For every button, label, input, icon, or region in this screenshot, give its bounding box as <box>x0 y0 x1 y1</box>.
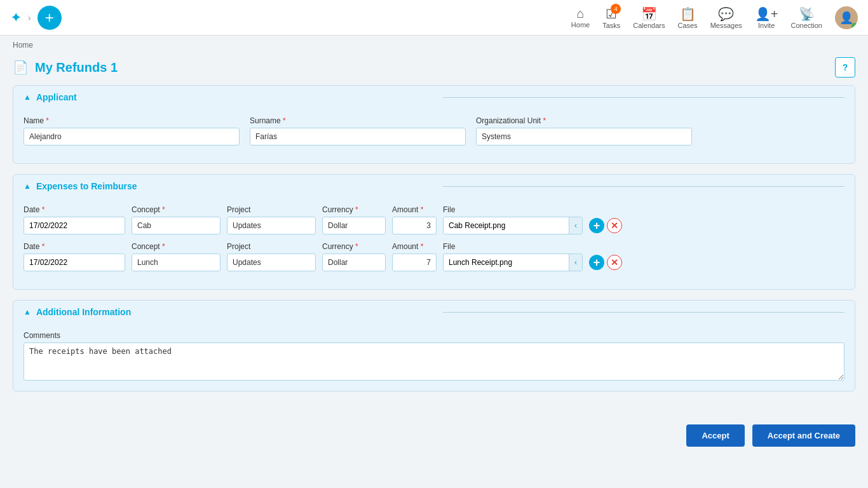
exp1-concept-label: Concept * <box>132 205 220 214</box>
expenses-section-title: Expenses to Reimburse <box>36 181 438 191</box>
exp2-currency-input[interactable] <box>322 254 386 271</box>
add-button[interactable]: + <box>37 6 62 30</box>
calendars-icon: 📅 <box>641 6 657 22</box>
additional-section-header: ▲ Additional Information <box>13 301 855 323</box>
exp1-amount-group: Amount * <box>392 205 437 234</box>
exp1-file-picker-btn[interactable]: ‹ <box>569 217 582 234</box>
nav-home[interactable]: ⌂ Home <box>571 6 590 29</box>
accept-button[interactable]: Accept <box>686 424 744 447</box>
nav-tasks-label: Tasks <box>602 22 620 29</box>
online-indicator <box>851 23 858 29</box>
logo-icon: ✦ <box>10 10 22 26</box>
page-icon: 📄 <box>13 60 29 75</box>
page-title-bar: 📄 My Refunds 1 ? <box>0 55 868 85</box>
nav-messages[interactable]: 💬 Messages <box>710 6 742 29</box>
nav-left: ✦ › + <box>10 6 62 30</box>
exp2-remove-btn[interactable]: ✕ <box>607 255 622 270</box>
nav-cases[interactable]: 📋 Cases <box>677 6 697 29</box>
exp2-date-group: Date * ‹ <box>24 242 125 271</box>
exp2-concept-label: Concept * <box>132 242 220 251</box>
exp1-amount-label: Amount * <box>392 205 437 214</box>
applicant-section-title: Applicant <box>36 92 438 102</box>
exp1-date-input[interactable] <box>24 217 125 234</box>
nav-connection[interactable]: 📡 Conection <box>790 6 822 29</box>
name-label: Name * <box>24 116 240 125</box>
exp1-project-label: Project <box>227 205 316 214</box>
org-label: Organizational Unit * <box>476 116 692 125</box>
nav-right: ⌂ Home ☑ 4 Tasks 📅 Calendars 📋 Cases 💬 M… <box>571 6 858 29</box>
applicant-form-row: Name * Surname * Organizational Unit * <box>24 116 844 146</box>
surname-group: Surname * <box>250 116 466 146</box>
exp2-project-group: Project <box>227 242 316 271</box>
exp2-currency-group: Currency * <box>322 242 386 271</box>
nav-invite-label: Invite <box>758 22 775 29</box>
applicant-collapse-icon[interactable]: ▲ <box>24 93 31 102</box>
exp1-actions: + ✕ <box>589 218 622 234</box>
nav-calendars[interactable]: 📅 Calendars <box>633 6 665 29</box>
additional-collapse-icon[interactable]: ▲ <box>24 308 31 316</box>
exp2-file-field: ‹ <box>443 254 583 271</box>
comments-label: Comments <box>24 331 844 340</box>
exp1-concept-group: Concept * <box>132 205 220 234</box>
exp2-add-btn[interactable]: + <box>589 255 604 270</box>
exp1-amount-input[interactable] <box>392 217 437 234</box>
comments-group: Comments The receipts have been attached <box>24 331 844 381</box>
applicant-section: ▲ Applicant Name * Surname * <box>13 85 855 164</box>
org-group: Organizational Unit * <box>476 116 692 146</box>
nav-tasks[interactable]: ☑ 4 Tasks <box>602 6 620 29</box>
nav-cases-label: Cases <box>677 22 697 29</box>
nav-invite[interactable]: 👤+ Invite <box>755 6 778 29</box>
exp2-date-label: Date * <box>24 242 125 251</box>
exp2-file-picker-btn[interactable]: ‹ <box>569 254 582 271</box>
tasks-badge: 4 <box>611 4 621 14</box>
top-navigation: ✦ › + ⌂ Home ☑ 4 Tasks 📅 Calendars 📋 Cas… <box>0 0 868 36</box>
exp2-project-input[interactable] <box>227 254 316 271</box>
nav-calendars-label: Calendars <box>633 22 665 29</box>
exp2-file-group: File ‹ <box>443 242 583 271</box>
accept-create-button[interactable]: Accept and Create <box>752 424 855 447</box>
exp2-amount-input[interactable] <box>392 254 437 271</box>
exp1-currency-input[interactable] <box>322 217 386 234</box>
expense-row-1: Date * ‹ Concept * Project <box>24 205 844 234</box>
additional-section: ▲ Additional Information Comments The re… <box>13 300 855 391</box>
additional-section-body: Comments The receipts have been attached <box>13 323 855 391</box>
invite-icon: 👤+ <box>755 6 778 22</box>
exp1-file-input[interactable] <box>444 217 569 234</box>
messages-icon: 💬 <box>718 6 734 22</box>
exp2-date-input[interactable] <box>24 254 125 271</box>
exp2-concept-input[interactable] <box>132 254 220 271</box>
expenses-collapse-icon[interactable]: ▲ <box>24 182 31 191</box>
exp1-date-field: ‹ <box>24 217 125 234</box>
exp2-amount-group: Amount * <box>392 242 437 271</box>
comments-textarea[interactable]: The receipts have been attached <box>24 342 844 381</box>
exp1-project-group: Project <box>227 205 316 234</box>
exp1-file-group: File ‹ <box>443 205 583 234</box>
exp2-date-field: ‹ <box>24 254 125 271</box>
exp1-currency-label: Currency * <box>322 205 386 214</box>
applicant-section-body: Name * Surname * Organizational Unit * <box>13 109 855 163</box>
surname-required: * <box>283 116 286 125</box>
exp1-project-input[interactable] <box>227 217 316 234</box>
exp1-remove-btn[interactable]: ✕ <box>607 218 622 233</box>
exp1-file-label: File <box>443 205 583 214</box>
expenses-section: ▲ Expenses to Reimburse Date * ‹ <box>13 174 855 290</box>
exp2-project-label: Project <box>227 242 316 251</box>
name-input[interactable] <box>24 128 240 146</box>
connection-icon: 📡 <box>799 6 815 22</box>
exp2-concept-group: Concept * <box>132 242 220 271</box>
exp2-amount-label: Amount * <box>392 242 437 251</box>
additional-section-title: Additional Information <box>36 307 438 317</box>
org-input[interactable] <box>476 128 692 146</box>
exp2-actions: + ✕ <box>589 255 622 271</box>
help-button[interactable]: ? <box>835 57 855 78</box>
expenses-section-body: Date * ‹ Concept * Project <box>13 198 855 289</box>
tasks-icon: ☑ 4 <box>606 6 617 22</box>
exp2-file-input[interactable] <box>444 254 569 271</box>
surname-input[interactable] <box>250 128 466 146</box>
expense-row-2: Date * ‹ Concept * Project <box>24 242 844 271</box>
exp1-concept-input[interactable] <box>132 217 220 234</box>
exp1-add-btn[interactable]: + <box>589 218 604 233</box>
exp2-currency-label: Currency * <box>322 242 386 251</box>
additional-divider <box>443 312 844 313</box>
user-avatar[interactable]: 👤 <box>835 6 858 29</box>
